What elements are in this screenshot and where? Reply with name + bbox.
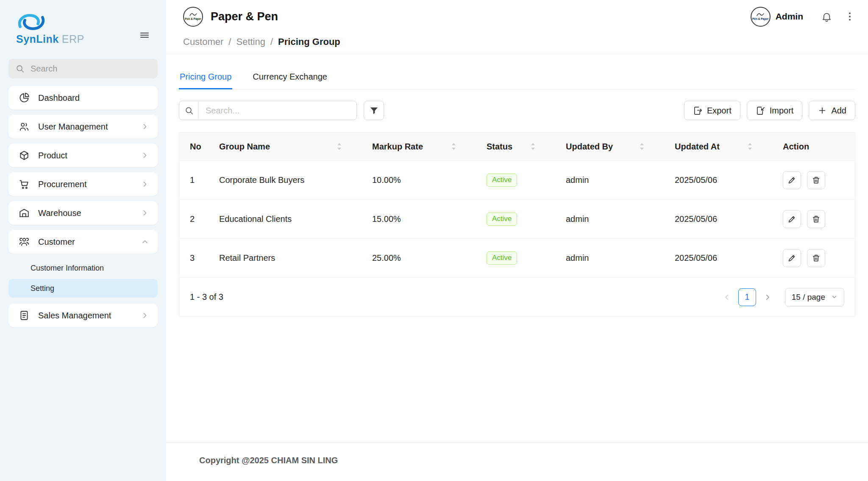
sort-icon[interactable]: [337, 142, 342, 151]
users-icon: [19, 121, 30, 132]
import-button[interactable]: Import: [747, 101, 803, 120]
company-logo: Pen & Paper: [183, 7, 203, 27]
table-row: 2 Educational Clients 15.00% Active admi…: [179, 199, 855, 238]
sidebar-search[interactable]: [8, 59, 158, 78]
add-label: Add: [831, 106, 846, 116]
cell-updated-at: 2025/05/06: [664, 253, 772, 263]
sidebar-item-label: User Management: [38, 122, 108, 132]
delete-button[interactable]: [807, 249, 825, 267]
cell-updated-by: admin: [555, 214, 664, 224]
delete-button[interactable]: [807, 210, 825, 228]
sidebar-collapse-button[interactable]: [138, 30, 151, 40]
cell-actions: [772, 171, 855, 189]
sort-icon[interactable]: [530, 142, 536, 151]
synlink-swirl-icon: [16, 13, 47, 31]
import-icon: [756, 106, 765, 116]
delete-button[interactable]: [807, 171, 825, 189]
sidebar: SynLinkERP Dashboard: [0, 0, 166, 481]
sidebar-item-label: Product: [38, 151, 67, 160]
page-size-value: 15 / page: [792, 293, 825, 302]
brand-row: SynLinkERP: [8, 13, 158, 48]
sidebar-search-input[interactable]: [30, 64, 151, 74]
sort-icon[interactable]: [451, 142, 456, 151]
table-row: 3 Retail Partners 25.00% Active admin 20…: [179, 238, 855, 277]
edit-button[interactable]: [783, 210, 801, 228]
column-header-no: No: [179, 133, 209, 160]
sidebar-item-label: Customer: [38, 237, 75, 247]
customers-icon: [19, 236, 30, 247]
cell-markup-rate: 10.00%: [362, 175, 476, 185]
avatar[interactable]: Pen & Paper: [751, 7, 771, 27]
toolbar: Export Import Add: [179, 101, 855, 120]
export-icon: [693, 106, 703, 116]
edit-button[interactable]: [783, 171, 801, 189]
column-header-markup-rate: Markup Rate: [362, 133, 476, 160]
edit-button[interactable]: [783, 249, 801, 267]
column-label: Group Name: [219, 142, 270, 152]
trash-icon: [812, 176, 821, 185]
chevron-right-icon: [141, 180, 149, 188]
sidebar-item-procurement[interactable]: Procurement: [8, 172, 158, 196]
dashboard-icon: [19, 92, 30, 103]
sidebar-subitem-label: Customer Information: [31, 264, 104, 273]
tab-currency-exchange[interactable]: Currency Exchange: [252, 66, 328, 89]
breadcrumb-separator: /: [228, 36, 231, 47]
sort-icon[interactable]: [747, 142, 753, 151]
company-logo-text: Pen & Paper: [185, 18, 201, 21]
cell-group-name: Corporate Bulk Buyers: [209, 175, 362, 185]
breadcrumb-current: Pricing Group: [278, 36, 340, 47]
sidebar-item-label: Sales Management: [38, 311, 111, 321]
status-badge: Active: [487, 252, 517, 264]
cell-status: Active: [476, 174, 555, 186]
cell-updated-at: 2025/05/06: [664, 214, 772, 224]
table-footer: 1 - 3 of 3 1 15 / page: [179, 277, 855, 316]
sidebar-item-customer[interactable]: Customer: [8, 230, 158, 254]
sidebar-subitem-setting[interactable]: Setting: [8, 279, 158, 298]
page-number-button[interactable]: 1: [738, 288, 756, 306]
cell-status: Active: [476, 213, 555, 225]
brand-suffix: ERP: [62, 33, 84, 45]
sidebar-item-product[interactable]: Product: [8, 144, 158, 167]
breadcrumb-setting[interactable]: Setting: [236, 36, 265, 47]
table-search-input[interactable]: [199, 106, 356, 116]
sort-icon[interactable]: [639, 142, 645, 151]
sidebar-item-dashboard[interactable]: Dashboard: [8, 86, 158, 110]
next-page-button[interactable]: [764, 293, 771, 301]
topbar: Pen & Paper Paper & Pen Pen & Paper Admi…: [166, 0, 868, 30]
cell-no: 2: [179, 214, 209, 224]
hamburger-icon: [138, 30, 151, 40]
sidebar-item-sales-management[interactable]: Sales Management: [8, 304, 158, 327]
avatar-logo-text: Pen & Paper: [752, 18, 768, 21]
add-button[interactable]: Add: [809, 101, 855, 120]
pencil-icon: [787, 176, 796, 185]
more-options-button[interactable]: [844, 11, 855, 22]
sidebar-item-warehouse[interactable]: Warehouse: [8, 201, 158, 225]
previous-page-button[interactable]: [723, 293, 731, 301]
filter-button[interactable]: [364, 101, 384, 120]
box-icon: [19, 150, 30, 161]
pen-scribble-icon: [189, 12, 198, 17]
sidebar-menu: Dashboard User Management Product: [8, 86, 158, 332]
column-header-group-name: Group Name: [209, 133, 362, 160]
export-button[interactable]: Export: [684, 101, 740, 120]
toolbar-actions: Export Import Add: [684, 101, 855, 120]
cell-actions: [772, 249, 855, 267]
search-button[interactable]: [179, 101, 199, 120]
breadcrumb-customer[interactable]: Customer: [183, 36, 223, 47]
sidebar-subitem-label: Setting: [31, 284, 54, 293]
page-size-select[interactable]: 15 / page: [785, 288, 844, 307]
cell-updated-by: admin: [555, 175, 664, 185]
breadcrumb: Customer / Setting / Pricing Group: [166, 30, 868, 54]
tab-pricing-group[interactable]: Pricing Group: [179, 66, 232, 89]
sidebar-subitem-customer-information[interactable]: Customer Information: [8, 259, 158, 277]
copyright-text: Copyright @2025 CHIAM SIN LING: [199, 456, 338, 465]
brand-name: SynLink: [16, 33, 59, 45]
cell-updated-by: admin: [555, 253, 664, 263]
table-header: No Group Name Markup Rate Status Updated…: [179, 133, 855, 160]
sidebar-item-user-management[interactable]: User Management: [8, 115, 158, 138]
chevron-right-icon: [141, 151, 149, 160]
plus-icon: [818, 106, 827, 115]
user-name: Admin: [776, 11, 803, 22]
notifications-button[interactable]: [821, 11, 832, 22]
bell-icon: [821, 11, 832, 22]
